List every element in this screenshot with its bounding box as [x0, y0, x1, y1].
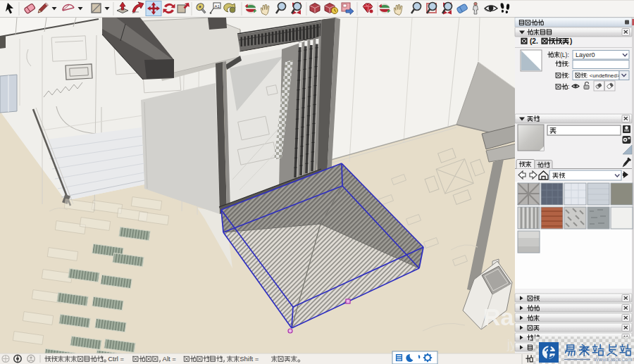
svg-text:(L):: (L):	[560, 51, 569, 58]
svg-text:Layer0: Layer0	[576, 51, 595, 58]
svg-text:Alt =: Alt =	[163, 355, 177, 363]
svg-text:A1: A1	[215, 4, 220, 8]
svg-text:Ctrl =: Ctrl =	[108, 355, 124, 363]
svg-text:Shift =: Shift =	[240, 355, 259, 363]
svg-text:Www.Easck.Com Webmaster: Www.Easck.Com Webmaster	[594, 357, 634, 362]
svg-text:: <undefined>: : <undefined>	[586, 73, 620, 79]
svg-text:): )	[570, 37, 572, 45]
svg-text::: :	[568, 72, 569, 79]
svg-text:(2.: (2.	[530, 37, 538, 45]
svg-text::: :	[568, 83, 569, 90]
svg-text::: :	[568, 61, 569, 68]
svg-text:Ra: Ra	[483, 303, 515, 330]
